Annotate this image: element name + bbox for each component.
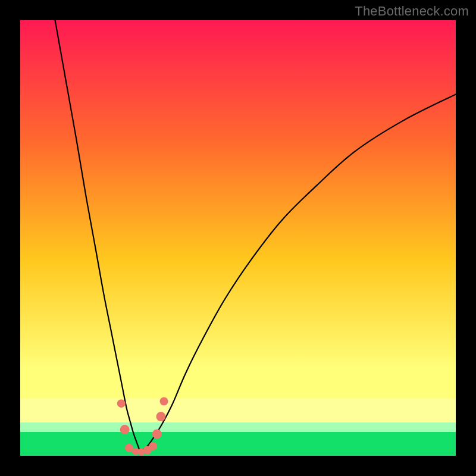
data-marker (120, 425, 130, 434)
gradient-background (20, 20, 456, 456)
band-green-light (20, 422, 456, 432)
watermark-text: TheBottleneck.com (355, 4, 469, 19)
data-marker (152, 429, 162, 439)
data-marker (149, 442, 157, 450)
data-marker (117, 399, 126, 408)
data-marker (156, 412, 165, 421)
band-green (20, 432, 456, 456)
band-yellow (20, 399, 456, 422)
data-marker (125, 444, 133, 452)
chart-frame: TheBottleneck.com (0, 0, 476, 476)
bottleneck-chart (20, 20, 456, 456)
plot-area (20, 20, 456, 456)
data-marker (160, 397, 168, 406)
